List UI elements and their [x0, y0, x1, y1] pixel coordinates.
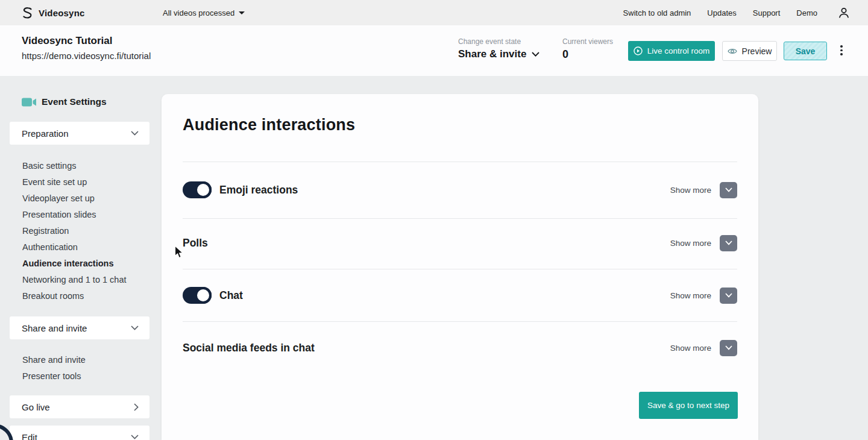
topbar: Videosync All videos processed Switch to… [0, 0, 868, 25]
divider [183, 269, 737, 269]
chevron-down-icon [131, 435, 139, 439]
user-account-button[interactable] [838, 7, 850, 19]
chevron-right-icon [134, 403, 139, 411]
chevron-down-icon [725, 293, 732, 298]
videos-processed-dropdown[interactable]: All videos processed [163, 8, 245, 17]
eye-icon [728, 48, 737, 55]
share-nav: Share and invite Presenter tools [22, 352, 86, 385]
row-label: Social media feeds in chat [183, 342, 315, 354]
show-more-link[interactable]: Show more [670, 239, 711, 248]
preview-label: Preview [742, 46, 772, 56]
chevron-down-icon [725, 240, 732, 245]
save-and-next-step-button[interactable]: Save & go to next step [639, 392, 738, 419]
accordion-go-live[interactable]: Go live [10, 395, 149, 418]
link-support[interactable]: Support [753, 8, 781, 17]
event-settings-label: Event Settings [42, 96, 107, 107]
caret-down-icon [239, 11, 245, 14]
chevron-down-icon [725, 187, 732, 192]
event-settings-title: Event Settings [22, 96, 107, 107]
row-polls: Polls Show more [183, 226, 737, 260]
accordion-preparation[interactable]: Preparation [10, 122, 149, 145]
accordion-go-live-label: Go live [22, 402, 50, 412]
chevron-down-icon [131, 325, 139, 330]
sidebar-item-registration[interactable]: Registration [22, 223, 127, 239]
divider [183, 321, 737, 322]
divider [183, 218, 737, 219]
expand-button[interactable] [720, 288, 737, 304]
row-chat: Chat Show more [183, 278, 737, 312]
row-social-media-feeds: Social media feeds in chat Show more [183, 331, 737, 365]
brand[interactable]: Videosync [22, 7, 85, 19]
accordion-share-and-invite[interactable]: Share and invite [10, 316, 149, 339]
row-emoji-reactions: Emoji reactions Show more [183, 173, 737, 207]
event-state-value: Share & invite [458, 48, 526, 60]
chevron-down-icon [532, 52, 539, 57]
user-icon [838, 7, 850, 19]
link-switch-to-old-admin[interactable]: Switch to old admin [623, 8, 691, 17]
event-state-label: Change event state [458, 37, 539, 46]
accordion-edit[interactable]: Edit [10, 426, 149, 440]
topbar-links: Switch to old admin Updates Support Demo [623, 8, 817, 17]
sidebar-item-event-site-set-up[interactable]: Event site set up [22, 174, 127, 190]
sidebar-item-videoplayer-set-up[interactable]: Videoplayer set up [22, 190, 127, 207]
expand-button[interactable] [720, 340, 737, 356]
emoji-reactions-toggle[interactable] [183, 181, 212, 198]
videosync-logo-icon [22, 7, 33, 19]
show-more-link[interactable]: Show more [670, 291, 711, 300]
event-state-dropdown[interactable]: Share & invite [458, 48, 539, 60]
chevron-down-icon [725, 345, 732, 350]
event-state-block: Change event state Share & invite [458, 37, 539, 60]
video-camera-icon [22, 98, 36, 107]
preparation-nav: Basic settings Event site set up Videopl… [22, 158, 127, 304]
page-title: Videosync Tutorial [22, 35, 113, 47]
more-options-kebab-menu[interactable] [839, 44, 844, 57]
live-control-room-button[interactable]: Live control room [628, 41, 715, 61]
sidebar-item-breakout-rooms[interactable]: Breakout rooms [22, 288, 127, 304]
brand-name: Videosync [39, 8, 85, 18]
row-label: Polls [183, 237, 208, 250]
section-heading: Audience interactions [183, 116, 355, 134]
divider [183, 162, 737, 162]
save-label: Save [796, 46, 816, 56]
page-url: https://demo.videosync.fi/tutorial [22, 51, 151, 61]
play-circle-icon [634, 46, 643, 55]
sidebar-item-share-and-invite[interactable]: Share and invite [22, 352, 86, 368]
sidebar-item-basic-settings[interactable]: Basic settings [22, 158, 127, 174]
current-viewers-label: Current viewers [562, 37, 613, 46]
sidebar-item-presenter-tools[interactable]: Presenter tools [22, 368, 86, 385]
accordion-share-label: Share and invite [22, 323, 87, 333]
link-updates[interactable]: Updates [707, 8, 736, 17]
sidebar-item-authentication[interactable]: Authentication [22, 239, 127, 256]
sidebar-item-networking-1to1-chat[interactable]: Networking and 1 to 1 chat [22, 272, 127, 288]
chat-toggle[interactable] [183, 287, 212, 304]
chevron-down-icon [131, 131, 139, 136]
row-label: Chat [219, 289, 243, 302]
sidebar-item-audience-interactions[interactable]: Audience interactions [22, 256, 127, 272]
expand-button[interactable] [720, 182, 737, 198]
current-viewers-block: Current viewers 0 [562, 37, 613, 61]
live-control-room-label: Live control room [647, 46, 710, 55]
sidebar-item-presentation-slides[interactable]: Presentation slides [22, 207, 127, 223]
row-label: Emoji reactions [219, 184, 298, 196]
accordion-edit-label: Edit [22, 432, 37, 440]
expand-button[interactable] [720, 235, 737, 251]
header: Videosync Tutorial https://demo.videosyn… [0, 25, 868, 76]
videos-processed-label: All videos processed [163, 8, 234, 17]
main-panel: Audience interactions Emoji reactions Sh… [162, 94, 758, 440]
link-demo[interactable]: Demo [796, 8, 817, 17]
current-viewers-count: 0 [562, 48, 613, 61]
preview-button[interactable]: Preview [722, 41, 777, 61]
accordion-preparation-label: Preparation [22, 128, 69, 139]
save-button[interactable]: Save [784, 42, 827, 60]
show-more-link[interactable]: Show more [670, 344, 711, 353]
show-more-link[interactable]: Show more [670, 186, 711, 195]
